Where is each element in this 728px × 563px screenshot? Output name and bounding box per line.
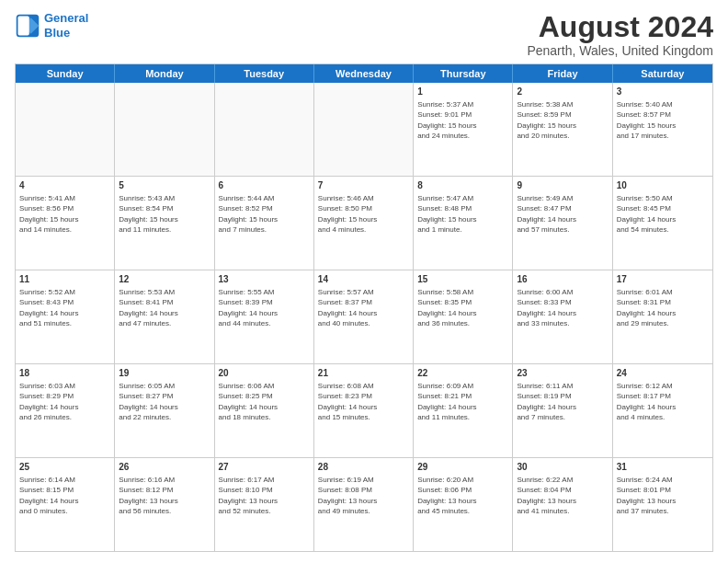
day-number: 12	[119, 273, 210, 286]
day-number: 4	[19, 179, 110, 192]
day-cell-1: 1Sunrise: 5:37 AM Sunset: 9:01 PM Daylig…	[414, 83, 513, 176]
calendar: SundayMondayTuesdayWednesdayThursdayFrid…	[15, 63, 713, 552]
day-info: Sunrise: 6:14 AM Sunset: 8:15 PM Dayligh…	[19, 476, 78, 515]
logo-blue: Blue	[44, 26, 70, 40]
header: General Blue August 2024 Penarth, Wales,…	[15, 11, 713, 58]
day-cell-15: 15Sunrise: 5:58 AM Sunset: 8:35 PM Dayli…	[414, 270, 513, 363]
calendar-body: 1Sunrise: 5:37 AM Sunset: 9:01 PM Daylig…	[16, 83, 712, 551]
header-day-saturday: Saturday	[613, 64, 712, 83]
day-info: Sunrise: 6:05 AM Sunset: 8:27 PM Dayligh…	[119, 382, 177, 421]
day-cell-21: 21Sunrise: 6:08 AM Sunset: 8:23 PM Dayli…	[314, 364, 414, 457]
day-number: 1	[417, 86, 508, 98]
day-number: 22	[417, 367, 508, 380]
day-number: 7	[318, 179, 409, 192]
day-cell-29: 29Sunrise: 6:20 AM Sunset: 8:06 PM Dayli…	[414, 458, 513, 551]
day-info: Sunrise: 5:53 AM Sunset: 8:41 PM Dayligh…	[119, 288, 177, 327]
day-number: 21	[318, 367, 409, 380]
header-day-monday: Monday	[115, 64, 214, 83]
day-number: 14	[318, 273, 409, 286]
empty-cell	[314, 83, 414, 176]
day-cell-11: 11Sunrise: 5:52 AM Sunset: 8:43 PM Dayli…	[16, 270, 115, 363]
day-cell-16: 16Sunrise: 6:00 AM Sunset: 8:33 PM Dayli…	[513, 270, 612, 363]
day-number: 25	[19, 461, 110, 474]
day-cell-4: 4Sunrise: 5:41 AM Sunset: 8:56 PM Daylig…	[16, 177, 115, 270]
empty-cell	[215, 83, 314, 176]
day-number: 30	[517, 461, 608, 474]
logo-text: General Blue	[44, 11, 88, 40]
week-row-0: 1Sunrise: 5:37 AM Sunset: 9:01 PM Daylig…	[16, 83, 712, 177]
day-info: Sunrise: 6:22 AM Sunset: 8:04 PM Dayligh…	[517, 476, 575, 515]
day-info: Sunrise: 5:47 AM Sunset: 8:48 PM Dayligh…	[417, 194, 476, 234]
day-number: 24	[617, 367, 709, 380]
day-number: 16	[517, 273, 608, 286]
header-day-wednesday: Wednesday	[314, 64, 414, 83]
day-cell-10: 10Sunrise: 5:50 AM Sunset: 8:45 PM Dayli…	[613, 177, 712, 270]
day-info: Sunrise: 6:08 AM Sunset: 8:23 PM Dayligh…	[318, 382, 377, 421]
day-cell-3: 3Sunrise: 5:40 AM Sunset: 8:57 PM Daylig…	[613, 83, 712, 176]
calendar-header: SundayMondayTuesdayWednesdayThursdayFrid…	[16, 64, 712, 83]
day-number: 10	[617, 179, 709, 192]
day-info: Sunrise: 6:16 AM Sunset: 8:12 PM Dayligh…	[119, 476, 177, 515]
day-info: Sunrise: 5:58 AM Sunset: 8:35 PM Dayligh…	[417, 288, 476, 327]
day-cell-31: 31Sunrise: 6:24 AM Sunset: 8:01 PM Dayli…	[613, 458, 712, 551]
day-info: Sunrise: 5:49 AM Sunset: 8:47 PM Dayligh…	[517, 194, 575, 234]
day-cell-23: 23Sunrise: 6:11 AM Sunset: 8:19 PM Dayli…	[513, 364, 612, 457]
day-number: 2	[517, 86, 608, 98]
day-info: Sunrise: 6:01 AM Sunset: 8:31 PM Dayligh…	[617, 288, 676, 327]
header-day-sunday: Sunday	[16, 64, 115, 83]
day-cell-20: 20Sunrise: 6:06 AM Sunset: 8:25 PM Dayli…	[215, 364, 314, 457]
day-number: 28	[318, 461, 409, 474]
day-cell-28: 28Sunrise: 6:19 AM Sunset: 8:08 PM Dayli…	[314, 458, 414, 551]
day-cell-22: 22Sunrise: 6:09 AM Sunset: 8:21 PM Dayli…	[414, 364, 513, 457]
day-cell-25: 25Sunrise: 6:14 AM Sunset: 8:15 PM Dayli…	[16, 458, 115, 551]
day-number: 19	[119, 367, 210, 380]
day-info: Sunrise: 6:03 AM Sunset: 8:29 PM Dayligh…	[19, 382, 78, 421]
day-number: 3	[617, 86, 709, 98]
day-cell-6: 6Sunrise: 5:44 AM Sunset: 8:52 PM Daylig…	[215, 177, 314, 270]
day-number: 8	[417, 179, 508, 192]
day-cell-19: 19Sunrise: 6:05 AM Sunset: 8:27 PM Dayli…	[115, 364, 214, 457]
week-row-4: 25Sunrise: 6:14 AM Sunset: 8:15 PM Dayli…	[16, 458, 712, 551]
day-info: Sunrise: 5:38 AM Sunset: 8:59 PM Dayligh…	[517, 100, 575, 140]
day-number: 13	[219, 273, 310, 286]
day-number: 31	[617, 461, 709, 474]
day-cell-27: 27Sunrise: 6:17 AM Sunset: 8:10 PM Dayli…	[215, 458, 314, 551]
day-info: Sunrise: 6:06 AM Sunset: 8:25 PM Dayligh…	[219, 382, 278, 421]
day-cell-24: 24Sunrise: 6:12 AM Sunset: 8:17 PM Dayli…	[613, 364, 712, 457]
logo-general: General	[44, 11, 88, 25]
svg-rect-2	[18, 16, 29, 35]
day-cell-26: 26Sunrise: 6:16 AM Sunset: 8:12 PM Dayli…	[115, 458, 214, 551]
day-number: 15	[417, 273, 508, 286]
logo-icon	[15, 13, 40, 39]
day-number: 18	[19, 367, 110, 380]
page: General Blue August 2024 Penarth, Wales,…	[0, 0, 728, 563]
day-info: Sunrise: 5:46 AM Sunset: 8:50 PM Dayligh…	[318, 194, 377, 234]
day-info: Sunrise: 6:09 AM Sunset: 8:21 PM Dayligh…	[417, 382, 476, 421]
day-info: Sunrise: 5:40 AM Sunset: 8:57 PM Dayligh…	[617, 100, 676, 140]
day-info: Sunrise: 5:50 AM Sunset: 8:45 PM Dayligh…	[617, 194, 676, 234]
day-number: 9	[517, 179, 608, 192]
day-info: Sunrise: 5:41 AM Sunset: 8:56 PM Dayligh…	[19, 194, 78, 234]
day-number: 17	[617, 273, 709, 286]
day-info: Sunrise: 5:55 AM Sunset: 8:39 PM Dayligh…	[219, 288, 278, 327]
day-info: Sunrise: 5:43 AM Sunset: 8:54 PM Dayligh…	[119, 194, 177, 234]
week-row-2: 11Sunrise: 5:52 AM Sunset: 8:43 PM Dayli…	[16, 270, 712, 364]
day-info: Sunrise: 5:44 AM Sunset: 8:52 PM Dayligh…	[219, 194, 278, 234]
day-number: 6	[219, 179, 310, 192]
day-info: Sunrise: 6:12 AM Sunset: 8:17 PM Dayligh…	[617, 382, 676, 421]
day-number: 29	[417, 461, 508, 474]
day-cell-2: 2Sunrise: 5:38 AM Sunset: 8:59 PM Daylig…	[513, 83, 612, 176]
day-info: Sunrise: 6:11 AM Sunset: 8:19 PM Dayligh…	[517, 382, 575, 421]
day-cell-8: 8Sunrise: 5:47 AM Sunset: 8:48 PM Daylig…	[414, 177, 513, 270]
day-cell-30: 30Sunrise: 6:22 AM Sunset: 8:04 PM Dayli…	[513, 458, 612, 551]
day-cell-5: 5Sunrise: 5:43 AM Sunset: 8:54 PM Daylig…	[115, 177, 214, 270]
day-cell-7: 7Sunrise: 5:46 AM Sunset: 8:50 PM Daylig…	[314, 177, 414, 270]
day-cell-14: 14Sunrise: 5:57 AM Sunset: 8:37 PM Dayli…	[314, 270, 414, 363]
day-cell-18: 18Sunrise: 6:03 AM Sunset: 8:29 PM Dayli…	[16, 364, 115, 457]
header-day-tuesday: Tuesday	[215, 64, 314, 83]
week-row-1: 4Sunrise: 5:41 AM Sunset: 8:56 PM Daylig…	[16, 177, 712, 270]
week-row-3: 18Sunrise: 6:03 AM Sunset: 8:29 PM Dayli…	[16, 364, 712, 458]
day-number: 23	[517, 367, 608, 380]
location: Penarth, Wales, United Kingdom	[527, 43, 713, 58]
day-info: Sunrise: 5:57 AM Sunset: 8:37 PM Dayligh…	[318, 288, 377, 327]
